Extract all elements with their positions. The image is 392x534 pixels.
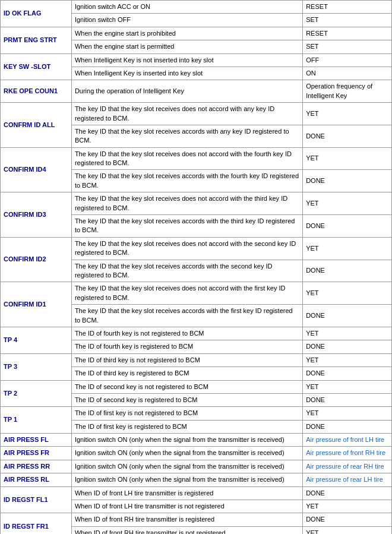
id-cell: AIR PRESS FL — [1, 434, 72, 447]
value-cell: SET — [303, 14, 392, 27]
id-cell: ID OK FLAG — [1, 1, 72, 27]
value-cell: Air pressure of rear LH tire — [303, 473, 392, 486]
id-cell: CONFRM ID ALL — [1, 103, 72, 148]
value-cell: RESET — [303, 27, 392, 40]
value-cell: DONE — [303, 340, 392, 353]
table-row: ID REGST FL1When ID of front LH tire tra… — [1, 486, 392, 500]
description-cell: The ID of second key is not registered t… — [71, 380, 302, 393]
table-row: AIR PRESS RLIgnition switch ON (only whe… — [1, 473, 392, 486]
description-cell: The key ID that the key slot receives ac… — [71, 170, 302, 192]
value-cell: YET — [303, 282, 392, 305]
table-row: AIR PRESS FLIgnition switch ON (only whe… — [1, 434, 392, 447]
value-cell: RESET — [303, 1, 392, 14]
value-cell: YET — [303, 147, 392, 170]
table-row: CONFIRM ID3The key ID that the key slot … — [1, 192, 392, 215]
description-cell: The ID of first key is registered to BCM — [71, 420, 302, 433]
description-cell: When ID of front LH tire transmitter is … — [71, 486, 302, 500]
table-row: KEY SW -SLOTWhen Intelligent Key is not … — [1, 53, 392, 67]
value-cell: DONE — [303, 170, 392, 192]
table-row: AIR PRESS RRIgnition switch ON (only whe… — [1, 460, 392, 473]
description-cell: Ignition switch ON (only when the signal… — [71, 447, 302, 460]
id-cell: AIR PRESS FR — [1, 447, 72, 460]
description-cell: Ignition switch ON (only when the signal… — [71, 460, 302, 473]
description-cell: Ignition switch OFF — [71, 14, 302, 27]
id-cell: ID REGST FL1 — [1, 486, 72, 513]
value-cell: DONE — [303, 513, 392, 526]
table-row: CONFIRM ID2The key ID that the key slot … — [1, 237, 392, 260]
description-cell: The ID of third key is registered to BCM — [71, 367, 302, 380]
description-cell: The key ID that the key slot receives ac… — [71, 125, 302, 147]
table-row: CONFIRM ID1The key ID that the key slot … — [1, 282, 392, 305]
table-row: CONFIRM ID4The key ID that the key slot … — [1, 147, 392, 170]
value-cell: DONE — [303, 260, 392, 282]
value-cell: YET — [303, 380, 392, 393]
id-cell: ID REGST FR1 — [1, 513, 72, 534]
description-cell: The key ID that the key slot receives do… — [71, 147, 302, 170]
value-cell: Air pressure of rear RH tire — [303, 460, 392, 473]
table-row: CONFRM ID ALLThe key ID that the key slo… — [1, 103, 392, 125]
value-cell: YET — [303, 500, 392, 513]
value-cell: YET — [303, 353, 392, 366]
id-cell: TP 4 — [1, 327, 72, 353]
value-cell: OFF — [303, 53, 392, 67]
description-cell: When the engine start is prohibited — [71, 27, 302, 40]
table-row: ID OK FLAGIgnition switch ACC or ONRESET — [1, 1, 392, 14]
description-cell: The key ID that the key slot receives ac… — [71, 215, 302, 238]
description-cell: Ignition switch ACC or ON — [71, 1, 302, 14]
id-cell: CONFIRM ID3 — [1, 192, 72, 238]
value-cell: YET — [303, 407, 392, 420]
value-cell: DONE — [303, 393, 392, 406]
value-cell: YET — [303, 192, 392, 215]
description-cell: The key ID that the key slot receives do… — [71, 192, 302, 215]
id-cell: TP 3 — [1, 353, 72, 380]
description-cell: The ID of second key is registered to BC… — [71, 393, 302, 406]
table-row: AIR PRESS FRIgnition switch ON (only whe… — [1, 447, 392, 460]
value-cell: ON — [303, 67, 392, 80]
id-cell: CONFIRM ID2 — [1, 237, 72, 282]
description-cell: The ID of fourth key is registered to BC… — [71, 340, 302, 353]
value-cell: Operation frequency of Intelligent Key — [303, 80, 392, 103]
description-cell: When Intelligent Key is not inserted int… — [71, 53, 302, 67]
id-cell: CONFIRM ID4 — [1, 147, 72, 192]
description-cell: During the operation of Intelligent Key — [71, 80, 302, 103]
description-cell: Ignition switch ON (only when the signal… — [71, 473, 302, 486]
description-cell: When ID of front RH tire transmitter is … — [71, 526, 302, 534]
table-row: TP 1The ID of first key is not registere… — [1, 407, 392, 420]
description-cell: When Intelligent Key is inserted into ke… — [71, 67, 302, 80]
value-cell: DONE — [303, 486, 392, 500]
table-row: ID REGST FR1When ID of front RH tire tra… — [1, 513, 392, 526]
value-cell: Air pressure of front RH tire — [303, 447, 392, 460]
value-cell: DONE — [303, 215, 392, 238]
description-cell: The key ID that the key slot receives do… — [71, 282, 302, 305]
id-cell: TP 2 — [1, 380, 72, 407]
value-cell: Air pressure of front LH tire — [303, 434, 392, 447]
table-row: TP 4The ID of fourth key is not register… — [1, 327, 392, 340]
description-cell: The key ID that the key slot receives ac… — [71, 260, 302, 282]
id-cell: CONFIRM ID1 — [1, 282, 72, 327]
description-cell: When the engine start is permitted — [71, 40, 302, 53]
value-cell: DONE — [303, 125, 392, 147]
table-row: RKE OPE COUN1During the operation of Int… — [1, 80, 392, 103]
value-cell: DONE — [303, 420, 392, 433]
description-cell: When ID of front LH tire transmitter is … — [71, 500, 302, 513]
value-cell: DONE — [303, 367, 392, 380]
id-cell: PRMT ENG STRT — [1, 27, 72, 53]
description-cell: The ID of fourth key is not registered t… — [71, 327, 302, 340]
table-row: TP 2The ID of second key is not register… — [1, 380, 392, 393]
description-cell: The ID of first key is not registered to… — [71, 407, 302, 420]
description-cell: Ignition switch ON (only when the signal… — [71, 434, 302, 447]
id-cell: RKE OPE COUN1 — [1, 80, 72, 103]
value-cell: SET — [303, 40, 392, 53]
description-cell: The key ID that the key slot receives do… — [71, 237, 302, 260]
description-cell: The key ID that the key slot receives ac… — [71, 305, 302, 327]
description-cell: The key ID that the key slot receives do… — [71, 103, 302, 125]
table-row: PRMT ENG STRTWhen the engine start is pr… — [1, 27, 392, 40]
description-cell: The ID of third key is not registered to… — [71, 353, 302, 366]
value-cell: YET — [303, 526, 392, 534]
id-cell: AIR PRESS RL — [1, 473, 72, 486]
id-cell: AIR PRESS RR — [1, 460, 72, 473]
value-cell: YET — [303, 103, 392, 125]
table-row: TP 3The ID of third key is not registere… — [1, 353, 392, 366]
value-cell: YET — [303, 237, 392, 260]
value-cell: YET — [303, 327, 392, 340]
